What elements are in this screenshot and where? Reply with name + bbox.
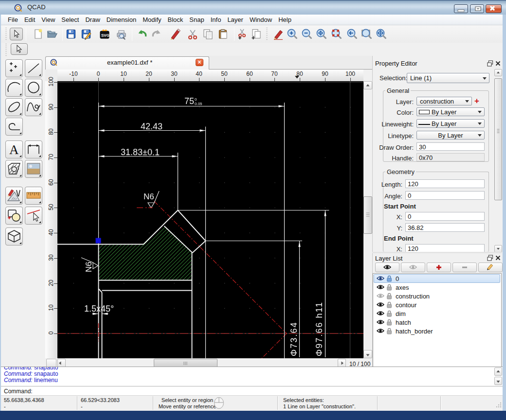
svg-text:75: 75 <box>184 96 194 106</box>
svg-text:A: A <box>9 142 19 157</box>
svg-text:SVG: SVG <box>101 34 109 38</box>
svg-text:42.43: 42.43 <box>141 122 163 131</box>
svg-text:31.83±0.1: 31.83±0.1 <box>121 147 160 157</box>
svg-text:N6: N6 <box>144 192 154 201</box>
svg-text:0.05: 0.05 <box>195 102 202 106</box>
svg-text:Φ73.64: Φ73.64 <box>289 322 299 356</box>
svg-text:N6: N6 <box>84 262 93 272</box>
svg-text:1.5x45°: 1.5x45° <box>84 304 114 314</box>
svg-text:Φ97.66 h11: Φ97.66 h11 <box>314 301 324 356</box>
